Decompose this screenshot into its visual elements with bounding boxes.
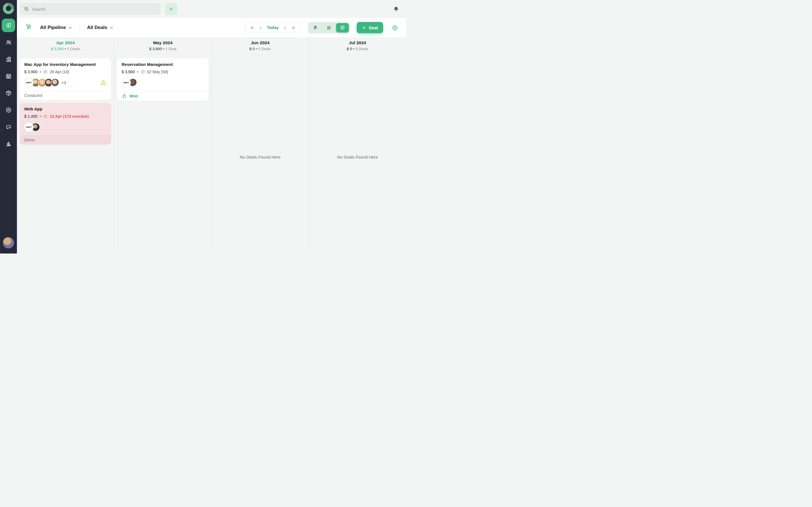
deal-amount: $ 3,900	[24, 69, 38, 74]
svg-text:$: $	[8, 24, 9, 27]
deals-filter-dropdown[interactable]: All Deals	[87, 25, 114, 31]
double-chevron-right-icon	[291, 25, 296, 30]
column-deal-count: 0 Deals	[258, 47, 271, 51]
clock-icon	[141, 69, 145, 74]
deal-title: Web App	[24, 107, 107, 111]
chat-icon	[5, 124, 12, 130]
column-header: Apr 2024 $ 5,300 • 2 Deals	[17, 37, 114, 55]
chevron-down-icon	[110, 26, 113, 30]
add-deal-button[interactable]: Deal	[357, 22, 383, 33]
sidebar-item-reports[interactable]	[2, 137, 15, 151]
date-navigator: Today	[245, 22, 301, 33]
deal-card[interactable]: Web App $ 1,400 • 12 Apr (17d overdue)	[20, 103, 111, 145]
member-avatar	[51, 78, 59, 87]
thumbs-up-icon	[121, 93, 127, 99]
column-jul-2024: Jul 2024 $ 0 • 0 Deals No Deals Found He…	[309, 37, 406, 253]
toolbar-divider	[80, 22, 80, 33]
kanban-view-icon	[313, 25, 318, 31]
column-month: Apr 2024	[17, 40, 114, 45]
toolbar: All Pipeline All Deals Today	[17, 18, 406, 37]
column-header: May 2024 $ 3,900 • 1 Deal	[114, 37, 211, 55]
column-stats: $ 3,900 • 1 Deal	[114, 47, 211, 51]
deal-stage: Demo	[20, 135, 111, 145]
column-deal-count: 2 Deals	[67, 47, 80, 51]
column-body: No Deals Found Here	[212, 55, 309, 253]
search-input[interactable]	[32, 7, 157, 11]
deal-amount: $ 1,400	[24, 114, 38, 119]
column-amount: $ 5,300	[51, 47, 64, 51]
sidebar-item-deals[interactable]: $	[2, 18, 15, 32]
add-deal-label: Deal	[369, 25, 378, 30]
empty-column-message: No Deals Found Here	[212, 155, 309, 159]
list-view-button[interactable]	[322, 23, 335, 33]
deal-stage: Contacted	[20, 91, 111, 100]
deal-due-date: 02 May (5d)	[141, 69, 168, 74]
sidebar-item-settings[interactable]	[2, 103, 15, 117]
deal-due-date: 28 Apr (1d)	[43, 69, 69, 74]
column-stats: $ 0 • 0 Deals	[212, 47, 309, 51]
jump-forward-button[interactable]	[291, 25, 296, 30]
sidebar-item-calendar[interactable]	[2, 69, 15, 83]
sidebar-item-products[interactable]	[2, 86, 15, 100]
column-amount: $ 0	[249, 47, 255, 51]
column-deal-count: 1 Deal	[165, 47, 176, 51]
deal-members: DRIFT	[121, 78, 204, 88]
kanban-view-button[interactable]	[309, 23, 322, 33]
column-stats: $ 0 • 0 Deals	[309, 47, 406, 51]
main-area: All Pipeline All Deals Today	[17, 0, 406, 253]
search-bar[interactable]	[20, 3, 161, 15]
column-jun-2024: Jun 2024 $ 0 • 0 Deals No Deals Found He…	[212, 37, 309, 253]
list-view-icon	[326, 25, 332, 31]
products-icon	[5, 90, 12, 96]
notifications-button[interactable]	[393, 6, 399, 12]
crm-app: $	[0, 0, 406, 253]
chevron-left-icon	[259, 25, 263, 30]
contacts-icon	[5, 39, 12, 46]
sidebar-item-organizations[interactable]	[2, 52, 15, 66]
deal-card[interactable]: Mac App for Inventory Management $ 3,900…	[20, 58, 111, 100]
pipeline-filter-dropdown[interactable]: All Pipeline	[40, 25, 72, 31]
clock-icon	[43, 69, 48, 74]
warning-icon	[100, 79, 107, 86]
board-settings-button[interactable]	[392, 24, 398, 31]
company-logo-avatar: DRIFT	[24, 122, 34, 132]
jump-back-button[interactable]	[250, 25, 254, 30]
deal-members: DRIFT +3	[24, 78, 107, 88]
deal-title: Mac App for Inventory Management	[24, 62, 107, 67]
column-month: May 2024	[114, 40, 211, 45]
forecast-view-button[interactable]	[336, 23, 349, 33]
company-logo-avatar: DRIFT	[24, 78, 34, 88]
deal-card[interactable]: Reservation Management $ 3,900 • 02 May …	[117, 58, 208, 101]
chevron-right-icon	[283, 25, 287, 30]
column-stats: $ 5,300 • 2 Deals	[17, 47, 114, 51]
settings-icon	[5, 107, 12, 113]
column-amount: $ 0	[347, 47, 352, 51]
deal-stage: Won	[117, 91, 208, 101]
app-logo-icon	[3, 3, 14, 14]
deal-title: Reservation Management	[121, 62, 204, 67]
previous-button[interactable]	[259, 25, 263, 30]
empty-column-message: No Deals Found Here	[309, 155, 406, 159]
user-avatar[interactable]	[3, 237, 14, 248]
column-apr-2024: Apr 2024 $ 5,300 • 2 Deals Mac App for I…	[17, 37, 114, 253]
forecast-view-icon	[340, 25, 345, 31]
column-deal-count: 0 Deals	[355, 47, 368, 51]
column-month: Jun 2024	[212, 40, 309, 45]
calendar-icon	[5, 73, 12, 79]
filter-funnel-icon[interactable]	[25, 23, 32, 32]
next-button[interactable]	[283, 25, 287, 30]
quick-add-button[interactable]	[165, 3, 177, 15]
deal-members: DRIFT	[24, 122, 107, 132]
deals-icon: $	[5, 22, 12, 29]
column-header: Jul 2024 $ 0 • 0 Deals	[309, 37, 406, 55]
sidebar-item-contacts[interactable]	[2, 36, 15, 49]
column-body: No Deals Found Here	[309, 55, 406, 253]
organizations-icon	[5, 56, 12, 62]
column-body: Reservation Management $ 3,900 • 02 May …	[114, 55, 211, 253]
sidebar-item-chat[interactable]	[2, 120, 15, 133]
bell-icon	[393, 6, 399, 12]
today-button[interactable]: Today	[267, 25, 279, 30]
column-body: Mac App for Inventory Management $ 3,900…	[17, 55, 114, 253]
gear-icon	[392, 24, 398, 31]
sidebar: $	[0, 0, 17, 253]
